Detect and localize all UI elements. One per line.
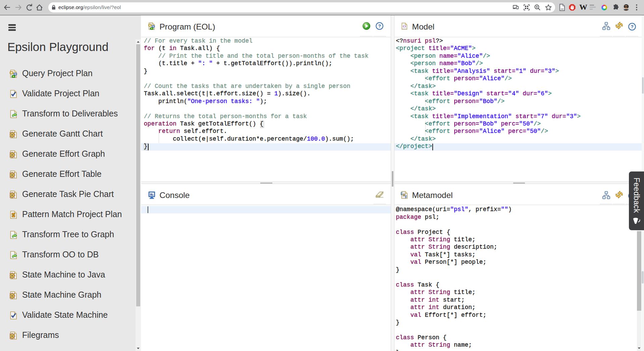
svg-text:F: F bbox=[405, 195, 407, 199]
svg-text:?: ? bbox=[631, 24, 633, 29]
svg-text:?: ? bbox=[378, 23, 381, 29]
